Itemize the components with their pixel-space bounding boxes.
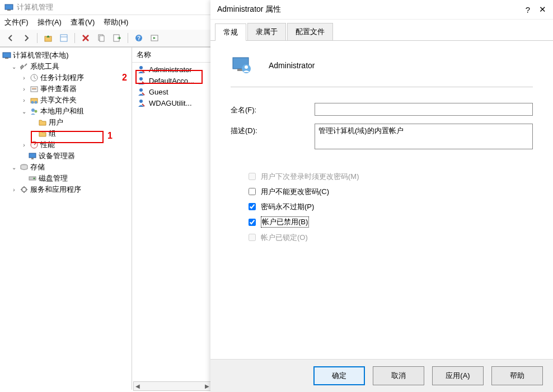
folder-icon — [38, 118, 47, 127]
check-cannot-change[interactable]: 用户不能更改密码(C) — [246, 186, 517, 197]
user-icon — [137, 87, 146, 96]
dialog-username: Administrator — [269, 61, 315, 70]
expander-icon[interactable]: › — [20, 85, 28, 93]
svg-point-27 — [34, 178, 35, 180]
run-button[interactable] — [148, 32, 161, 44]
svg-point-29 — [139, 66, 143, 69]
tree-shared-folders[interactable]: 共享文件夹 — [40, 95, 77, 105]
expander-icon[interactable]: ⌄ — [10, 163, 18, 171]
check-must-change: 用户下次登录时须更改密码(M) — [246, 171, 517, 182]
tree-disk-management[interactable]: 磁盘管理 — [39, 173, 68, 183]
tree-task-scheduler[interactable]: 任务计划程序 — [40, 73, 84, 83]
expander-icon[interactable]: ⌄ — [10, 63, 18, 70]
svg-point-20 — [31, 108, 35, 112]
apply-button[interactable]: 应用(A) — [432, 366, 484, 385]
menu-file[interactable]: 文件(F) — [4, 17, 29, 27]
back-button[interactable] — [4, 32, 17, 44]
checkbox-never-expire[interactable] — [249, 203, 256, 210]
device-icon — [28, 152, 37, 160]
tools-icon — [20, 62, 29, 71]
window-title: 计算机管理 — [17, 2, 53, 12]
properties-button[interactable] — [58, 32, 70, 44]
svg-rect-11 — [3, 53, 11, 58]
tree-event-viewer[interactable]: 事件查看器 — [40, 84, 77, 94]
export-button[interactable] — [111, 32, 123, 44]
tab-body: Administrator 全名(F): 描述(D): 用户下次登录时须更改密码… — [210, 40, 553, 348]
properties-dialog: Administrator 属性 ? ✕ 常规 隶属于 配置文件 Adminis… — [210, 0, 553, 392]
svg-point-28 — [22, 187, 26, 192]
svg-rect-23 — [29, 153, 36, 158]
checkbox-account-locked — [249, 234, 256, 241]
check-never-expire[interactable]: 密码永不过期(P) — [246, 201, 517, 212]
svg-point-36 — [245, 65, 248, 69]
tree-device-manager[interactable]: 设备管理器 — [39, 151, 75, 161]
check-account-disabled[interactable]: 帐户已禁用(B) — [246, 216, 517, 228]
user-icon — [137, 98, 146, 107]
expander-icon[interactable]: ⌄ — [20, 107, 28, 115]
menu-view[interactable]: 查看(V) — [71, 17, 95, 27]
tree-users[interactable]: 用户 — [49, 117, 63, 127]
tab-general[interactable]: 常规 — [215, 23, 246, 41]
help-button[interactable]: 帮助 — [491, 366, 543, 385]
expander-icon[interactable]: › — [20, 74, 28, 82]
copy-button[interactable] — [95, 32, 107, 44]
toolbar-separator — [128, 33, 128, 43]
help-button[interactable]: ? — [133, 32, 145, 44]
dialog-close-button[interactable]: ✕ — [539, 4, 546, 15]
up-button[interactable] — [42, 32, 54, 44]
user-icon — [137, 65, 146, 74]
list-item-label: Administrator — [149, 65, 192, 74]
dialog-help-button[interactable]: ? — [526, 5, 530, 15]
ok-button[interactable]: 确定 — [313, 366, 365, 385]
services-icon — [20, 185, 29, 194]
fullname-input[interactable] — [315, 103, 533, 116]
horizontal-scrollbar[interactable]: ◀▶ — [133, 381, 212, 391]
expander-icon[interactable]: › — [20, 141, 28, 149]
tree-local-users[interactable]: 本地用户和组 — [40, 106, 84, 116]
tree-storage[interactable]: 存储 — [30, 162, 45, 172]
list-item-label: DefaultAcco... — [149, 77, 194, 85]
user-avatar-icon — [231, 54, 253, 77]
scroll-right-icon[interactable]: ▶ — [203, 383, 211, 389]
tab-profile[interactable]: 配置文件 — [287, 23, 333, 40]
svg-point-30 — [139, 77, 143, 81]
svg-text:?: ? — [137, 35, 140, 41]
shared-folder-icon — [30, 96, 39, 105]
dialog-title: Administrator 属性 — [217, 4, 526, 15]
description-input[interactable] — [315, 124, 533, 149]
tree-groups[interactable]: 组 — [49, 129, 56, 139]
scroll-left-icon[interactable]: ◀ — [134, 383, 142, 389]
tree-services[interactable]: 服务和应用程序 — [30, 185, 81, 195]
svg-point-21 — [35, 110, 38, 113]
list-item-label: WDAGUtilit... — [149, 99, 192, 107]
checkbox-cannot-change[interactable] — [249, 188, 256, 195]
checkbox-must-change — [249, 173, 256, 180]
tree-system-tools[interactable]: 系统工具 — [30, 62, 59, 72]
expander-icon[interactable]: › — [10, 186, 18, 193]
storage-icon — [20, 163, 29, 172]
list-item-label: Guest — [149, 88, 168, 96]
check-account-locked: 帐户已锁定(O) — [246, 232, 517, 243]
tree-panel[interactable]: 计算机管理(本地) ⌄ 系统工具 ›任务计划程序 ›事件查看器 ›共享文件夹 ⌄… — [0, 48, 132, 390]
expander-icon[interactable]: › — [20, 96, 28, 104]
tab-memberof[interactable]: 隶属于 — [247, 23, 286, 40]
svg-point-18 — [31, 101, 34, 104]
checkbox-account-disabled[interactable] — [249, 219, 256, 226]
dialog-titlebar: Administrator 属性 ? ✕ — [210, 0, 553, 20]
svg-rect-1 — [7, 10, 11, 11]
tree-performance[interactable]: 性能 — [40, 140, 55, 150]
tree-root[interactable]: 计算机管理(本地) — [13, 50, 69, 60]
users-icon — [30, 107, 39, 116]
folder-icon — [38, 129, 47, 138]
description-label: 描述(D): — [231, 124, 315, 136]
toolbar-separator — [74, 33, 75, 43]
forward-button[interactable] — [20, 32, 32, 44]
computer-icon — [2, 51, 11, 60]
menu-action[interactable]: 操作(A) — [38, 17, 62, 27]
cancel-button[interactable]: 取消 — [373, 366, 424, 385]
svg-rect-0 — [5, 4, 13, 10]
dialog-button-row: 确定 取消 应用(A) 帮助 — [210, 359, 553, 392]
menu-help[interactable]: 帮助(H) — [104, 17, 128, 27]
delete-button[interactable] — [79, 32, 92, 44]
fullname-label: 全名(F): — [231, 103, 315, 115]
